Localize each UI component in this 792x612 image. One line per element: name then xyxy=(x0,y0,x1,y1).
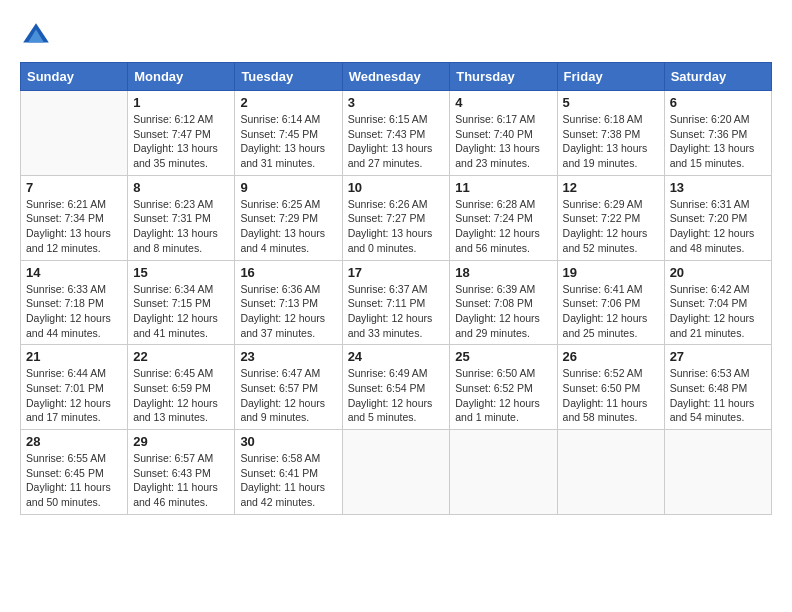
day-header-monday: Monday xyxy=(128,63,235,91)
day-number: 3 xyxy=(348,95,445,110)
calendar-cell xyxy=(342,430,450,515)
day-info: Sunrise: 6:18 AMSunset: 7:38 PMDaylight:… xyxy=(563,112,659,171)
calendar-cell: 6Sunrise: 6:20 AMSunset: 7:36 PMDaylight… xyxy=(664,91,771,176)
day-info: Sunrise: 6:42 AMSunset: 7:04 PMDaylight:… xyxy=(670,282,766,341)
calendar-table: SundayMondayTuesdayWednesdayThursdayFrid… xyxy=(20,62,772,515)
day-info: Sunrise: 6:44 AMSunset: 7:01 PMDaylight:… xyxy=(26,366,122,425)
day-info: Sunrise: 6:49 AMSunset: 6:54 PMDaylight:… xyxy=(348,366,445,425)
calendar-cell: 9Sunrise: 6:25 AMSunset: 7:29 PMDaylight… xyxy=(235,175,342,260)
calendar-cell: 27Sunrise: 6:53 AMSunset: 6:48 PMDayligh… xyxy=(664,345,771,430)
calendar-cell: 23Sunrise: 6:47 AMSunset: 6:57 PMDayligh… xyxy=(235,345,342,430)
calendar-cell: 16Sunrise: 6:36 AMSunset: 7:13 PMDayligh… xyxy=(235,260,342,345)
calendar-cell: 29Sunrise: 6:57 AMSunset: 6:43 PMDayligh… xyxy=(128,430,235,515)
day-number: 14 xyxy=(26,265,122,280)
day-header-thursday: Thursday xyxy=(450,63,557,91)
calendar-cell: 14Sunrise: 6:33 AMSunset: 7:18 PMDayligh… xyxy=(21,260,128,345)
calendar-cell: 18Sunrise: 6:39 AMSunset: 7:08 PMDayligh… xyxy=(450,260,557,345)
logo-icon xyxy=(20,20,52,52)
day-number: 10 xyxy=(348,180,445,195)
logo xyxy=(20,20,56,52)
day-info: Sunrise: 6:20 AMSunset: 7:36 PMDaylight:… xyxy=(670,112,766,171)
day-number: 19 xyxy=(563,265,659,280)
calendar-cell: 26Sunrise: 6:52 AMSunset: 6:50 PMDayligh… xyxy=(557,345,664,430)
day-info: Sunrise: 6:12 AMSunset: 7:47 PMDaylight:… xyxy=(133,112,229,171)
calendar-cell: 19Sunrise: 6:41 AMSunset: 7:06 PMDayligh… xyxy=(557,260,664,345)
calendar-cell: 2Sunrise: 6:14 AMSunset: 7:45 PMDaylight… xyxy=(235,91,342,176)
day-info: Sunrise: 6:39 AMSunset: 7:08 PMDaylight:… xyxy=(455,282,551,341)
day-number: 22 xyxy=(133,349,229,364)
day-info: Sunrise: 6:25 AMSunset: 7:29 PMDaylight:… xyxy=(240,197,336,256)
day-info: Sunrise: 6:21 AMSunset: 7:34 PMDaylight:… xyxy=(26,197,122,256)
calendar-cell: 30Sunrise: 6:58 AMSunset: 6:41 PMDayligh… xyxy=(235,430,342,515)
calendar-cell xyxy=(450,430,557,515)
day-number: 12 xyxy=(563,180,659,195)
day-info: Sunrise: 6:17 AMSunset: 7:40 PMDaylight:… xyxy=(455,112,551,171)
day-header-friday: Friday xyxy=(557,63,664,91)
calendar-header-row: SundayMondayTuesdayWednesdayThursdayFrid… xyxy=(21,63,772,91)
day-info: Sunrise: 6:47 AMSunset: 6:57 PMDaylight:… xyxy=(240,366,336,425)
day-number: 8 xyxy=(133,180,229,195)
calendar-week-row: 1Sunrise: 6:12 AMSunset: 7:47 PMDaylight… xyxy=(21,91,772,176)
day-number: 29 xyxy=(133,434,229,449)
day-info: Sunrise: 6:15 AMSunset: 7:43 PMDaylight:… xyxy=(348,112,445,171)
calendar-week-row: 21Sunrise: 6:44 AMSunset: 7:01 PMDayligh… xyxy=(21,345,772,430)
calendar-week-row: 7Sunrise: 6:21 AMSunset: 7:34 PMDaylight… xyxy=(21,175,772,260)
day-info: Sunrise: 6:28 AMSunset: 7:24 PMDaylight:… xyxy=(455,197,551,256)
day-header-tuesday: Tuesday xyxy=(235,63,342,91)
day-number: 23 xyxy=(240,349,336,364)
day-number: 24 xyxy=(348,349,445,364)
day-number: 1 xyxy=(133,95,229,110)
calendar-cell: 8Sunrise: 6:23 AMSunset: 7:31 PMDaylight… xyxy=(128,175,235,260)
day-info: Sunrise: 6:29 AMSunset: 7:22 PMDaylight:… xyxy=(563,197,659,256)
day-header-saturday: Saturday xyxy=(664,63,771,91)
day-number: 17 xyxy=(348,265,445,280)
day-number: 28 xyxy=(26,434,122,449)
day-info: Sunrise: 6:53 AMSunset: 6:48 PMDaylight:… xyxy=(670,366,766,425)
day-number: 15 xyxy=(133,265,229,280)
day-info: Sunrise: 6:23 AMSunset: 7:31 PMDaylight:… xyxy=(133,197,229,256)
day-number: 6 xyxy=(670,95,766,110)
calendar-week-row: 14Sunrise: 6:33 AMSunset: 7:18 PMDayligh… xyxy=(21,260,772,345)
day-number: 13 xyxy=(670,180,766,195)
day-number: 26 xyxy=(563,349,659,364)
calendar-cell: 5Sunrise: 6:18 AMSunset: 7:38 PMDaylight… xyxy=(557,91,664,176)
calendar-cell: 4Sunrise: 6:17 AMSunset: 7:40 PMDaylight… xyxy=(450,91,557,176)
day-number: 11 xyxy=(455,180,551,195)
day-number: 2 xyxy=(240,95,336,110)
day-number: 5 xyxy=(563,95,659,110)
day-number: 4 xyxy=(455,95,551,110)
calendar-cell: 12Sunrise: 6:29 AMSunset: 7:22 PMDayligh… xyxy=(557,175,664,260)
calendar-cell: 25Sunrise: 6:50 AMSunset: 6:52 PMDayligh… xyxy=(450,345,557,430)
day-info: Sunrise: 6:36 AMSunset: 7:13 PMDaylight:… xyxy=(240,282,336,341)
day-info: Sunrise: 6:14 AMSunset: 7:45 PMDaylight:… xyxy=(240,112,336,171)
day-number: 7 xyxy=(26,180,122,195)
day-info: Sunrise: 6:33 AMSunset: 7:18 PMDaylight:… xyxy=(26,282,122,341)
day-info: Sunrise: 6:52 AMSunset: 6:50 PMDaylight:… xyxy=(563,366,659,425)
day-info: Sunrise: 6:31 AMSunset: 7:20 PMDaylight:… xyxy=(670,197,766,256)
day-number: 21 xyxy=(26,349,122,364)
day-info: Sunrise: 6:45 AMSunset: 6:59 PMDaylight:… xyxy=(133,366,229,425)
calendar-cell: 20Sunrise: 6:42 AMSunset: 7:04 PMDayligh… xyxy=(664,260,771,345)
calendar-cell: 17Sunrise: 6:37 AMSunset: 7:11 PMDayligh… xyxy=(342,260,450,345)
day-info: Sunrise: 6:50 AMSunset: 6:52 PMDaylight:… xyxy=(455,366,551,425)
day-number: 30 xyxy=(240,434,336,449)
calendar-cell xyxy=(664,430,771,515)
day-number: 25 xyxy=(455,349,551,364)
calendar-cell: 28Sunrise: 6:55 AMSunset: 6:45 PMDayligh… xyxy=(21,430,128,515)
calendar-cell: 13Sunrise: 6:31 AMSunset: 7:20 PMDayligh… xyxy=(664,175,771,260)
calendar-cell: 21Sunrise: 6:44 AMSunset: 7:01 PMDayligh… xyxy=(21,345,128,430)
day-info: Sunrise: 6:26 AMSunset: 7:27 PMDaylight:… xyxy=(348,197,445,256)
calendar-cell: 1Sunrise: 6:12 AMSunset: 7:47 PMDaylight… xyxy=(128,91,235,176)
day-header-wednesday: Wednesday xyxy=(342,63,450,91)
day-info: Sunrise: 6:37 AMSunset: 7:11 PMDaylight:… xyxy=(348,282,445,341)
calendar-cell xyxy=(557,430,664,515)
day-info: Sunrise: 6:41 AMSunset: 7:06 PMDaylight:… xyxy=(563,282,659,341)
calendar-cell xyxy=(21,91,128,176)
calendar-cell: 7Sunrise: 6:21 AMSunset: 7:34 PMDaylight… xyxy=(21,175,128,260)
day-number: 27 xyxy=(670,349,766,364)
day-number: 20 xyxy=(670,265,766,280)
calendar-cell: 10Sunrise: 6:26 AMSunset: 7:27 PMDayligh… xyxy=(342,175,450,260)
day-info: Sunrise: 6:57 AMSunset: 6:43 PMDaylight:… xyxy=(133,451,229,510)
page-header xyxy=(20,20,772,52)
calendar-cell: 11Sunrise: 6:28 AMSunset: 7:24 PMDayligh… xyxy=(450,175,557,260)
